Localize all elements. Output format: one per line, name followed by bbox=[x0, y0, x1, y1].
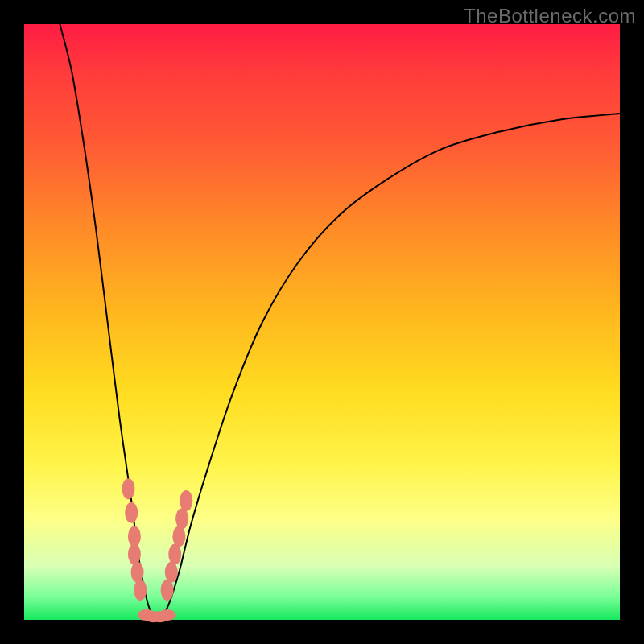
marker-left-0 bbox=[122, 478, 135, 499]
marker-right-3 bbox=[172, 526, 185, 547]
marker-left-3 bbox=[128, 544, 141, 565]
marker-right-0 bbox=[161, 580, 174, 601]
curve-group bbox=[60, 24, 620, 620]
marker-left-2 bbox=[128, 526, 141, 547]
chart-svg bbox=[24, 24, 620, 620]
marker-left-5 bbox=[134, 580, 147, 601]
chart-frame: TheBottleneck.com bbox=[0, 0, 644, 644]
marker-right-5 bbox=[180, 490, 192, 511]
marker-group bbox=[122, 478, 193, 622]
marker-left-4 bbox=[131, 562, 144, 583]
plot-area bbox=[24, 24, 620, 620]
marker-left-1 bbox=[125, 502, 138, 523]
marker-right-1 bbox=[165, 562, 178, 583]
curve-left bbox=[60, 24, 155, 620]
marker-right-4 bbox=[175, 508, 188, 529]
marker-right-2 bbox=[168, 544, 181, 565]
curve-right bbox=[155, 114, 620, 620]
marker-bottom-3 bbox=[159, 609, 176, 621]
